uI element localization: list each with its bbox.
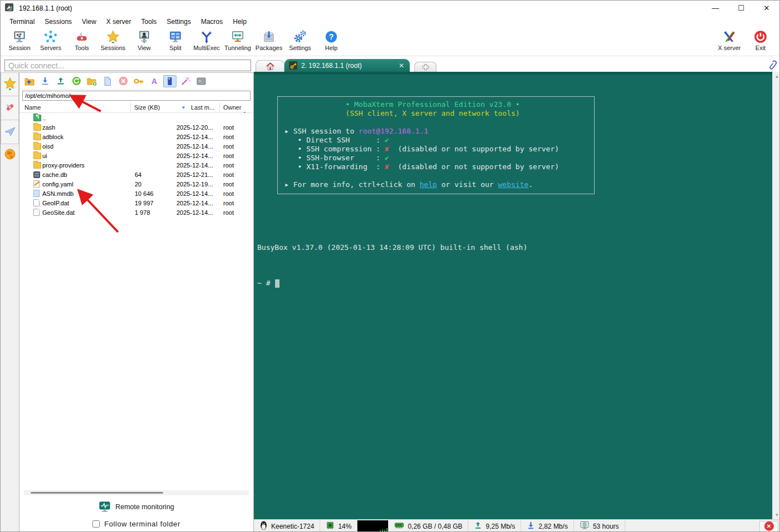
attachments-paperclip-icon[interactable]: [767, 60, 777, 72]
menu-item-macros[interactable]: Macros: [197, 17, 227, 27]
toolbar-label: Tools: [75, 45, 89, 51]
toolbar-label: Tunneling: [224, 45, 251, 51]
sessions-tab[interactable]: [1, 72, 19, 96]
close-button[interactable]: ✕: [754, 1, 779, 16]
toolbar-label: View: [138, 45, 151, 51]
file-name: oisd: [42, 143, 135, 150]
left-panel: A>_ ⌄ Name Size (KB) ▼ Last m... Owner .…: [1, 58, 254, 532]
menu-item-tools[interactable]: Tools: [137, 17, 161, 27]
path-input[interactable]: [22, 91, 251, 101]
menu-item-settings[interactable]: Settings: [163, 17, 195, 27]
file-row--[interactable]: ..: [19, 113, 253, 122]
terminal-panel: 2. 192.168.1.1 (root) ✕ • MobaXterm Prof…: [254, 58, 780, 532]
file-row-ui[interactable]: ui2025-12-14...root: [19, 151, 253, 160]
toolbar-button-sessions[interactable]: Sessions: [97, 28, 129, 51]
toolbar-button-split[interactable]: Split: [160, 28, 191, 51]
file-row-zash[interactable]: zash2025-12-20...root: [19, 122, 253, 132]
file-row-oisd[interactable]: oisd2025-12-14...root: [19, 141, 253, 151]
scroll-down-icon[interactable]: ▼: [773, 510, 780, 519]
quick-connect-input[interactable]: [4, 60, 251, 71]
folder-up-icon[interactable]: [23, 75, 36, 87]
banner-box: • MobaXterm Professional Edition v23.0 •…: [277, 96, 595, 194]
toolbar-button-x-server[interactable]: X server: [714, 28, 745, 51]
menu-item-sessions[interactable]: Sessions: [40, 17, 76, 27]
file-row-geosite-dat[interactable]: GeoSite.dat1 9782025-12-14...root: [19, 208, 253, 217]
file-size: 10 646: [135, 190, 176, 197]
toolbar-button-exit[interactable]: Exit: [745, 28, 776, 51]
status-53-hours: 53 hours: [574, 520, 625, 532]
terminal-link[interactable]: help: [420, 180, 437, 189]
toolbar-button-tunneling[interactable]: Tunneling: [222, 28, 253, 51]
follow-terminal-folder-checkbox[interactable]: [92, 520, 100, 528]
vertical-scrollbar[interactable]: ▲ ▼: [772, 72, 780, 519]
toolbar-button-settings[interactable]: Settings: [284, 28, 316, 51]
sidebar-toggle-icon[interactable]: [163, 75, 176, 87]
file-row-config-yaml[interactable]: config.yaml202025-12-19...root: [19, 179, 253, 189]
column-header-name[interactable]: Name: [24, 102, 131, 112]
refresh-icon[interactable]: [70, 75, 83, 87]
toolbar-label: Help: [325, 45, 338, 51]
file-modified: 2025-12-14...: [176, 209, 223, 216]
menu-item-view[interactable]: View: [77, 17, 101, 27]
terminal-link[interactable]: website: [498, 180, 529, 189]
file-row-geoip-dat[interactable]: GeoIP.dat19 9972025-12-14...root: [19, 198, 253, 208]
new-tab-button[interactable]: [414, 62, 436, 72]
file-owner: root: [223, 200, 253, 206]
terminal-screen-icon[interactable]: >_: [194, 75, 208, 87]
session-tab-active[interactable]: 2. 192.168.1.1 (root) ✕: [284, 59, 410, 72]
toolbar-button-packages[interactable]: Packages: [253, 28, 284, 51]
encoding-icon[interactable]: A: [148, 75, 161, 87]
toolbar-right: X serverExit: [714, 28, 776, 51]
horizontal-scrollbar-thumb[interactable]: [31, 492, 163, 494]
file-row-asn-mmdb[interactable]: ASN.mmdb10 6462025-12-14...root: [19, 189, 253, 198]
minimize-button[interactable]: —: [703, 1, 728, 16]
svg-text:A: A: [151, 77, 157, 86]
status-close-button[interactable]: ✕: [759, 521, 778, 532]
status-text: Keenetic-1724: [271, 523, 314, 530]
tab-close-icon[interactable]: ✕: [389, 62, 404, 70]
delete-icon[interactable]: [116, 75, 130, 87]
column-header-modified[interactable]: Last m...: [191, 102, 220, 112]
terminal-screen[interactable]: • MobaXterm Professional Edition v23.0 •…: [254, 72, 780, 519]
toolbar-button-multiexec[interactable]: MultiExec: [191, 28, 222, 51]
tunneling-icon: [230, 29, 245, 44]
upload-icon[interactable]: [54, 75, 67, 87]
new-file-icon[interactable]: [101, 75, 114, 87]
status-keenetic-1724: Keenetic-1724: [254, 520, 320, 532]
file-row-adblock[interactable]: adblock2025-12-14...root: [19, 132, 253, 141]
file-row-cache-db[interactable]: cache.db642025-12-21...root: [19, 170, 253, 179]
macros-tab[interactable]: [1, 120, 19, 144]
new-folder-icon[interactable]: [85, 75, 99, 87]
toolbar-button-view[interactable]: View: [129, 28, 160, 51]
terminal-line: • MobaXterm Professional Edition v23.0 •: [284, 100, 594, 109]
horizontal-scrollbar[interactable]: [24, 490, 249, 495]
sort-descending-icon[interactable]: ▼: [176, 102, 191, 112]
title-bar: 192.168.1.1 (root) — ☐ ✕: [1, 1, 779, 16]
file-row-proxy-providers[interactable]: proxy-providers2025-12-14...root: [19, 160, 253, 170]
globe-icon[interactable]: [1, 144, 19, 164]
terminal-line: • Direct SSH : ✔: [284, 136, 594, 145]
mmdb-file-icon: [33, 190, 40, 197]
menu-item-help[interactable]: Help: [228, 17, 251, 27]
file-modified: 2025-12-14...: [176, 162, 223, 169]
column-header-owner[interactable]: Owner: [220, 102, 253, 112]
toolbar-button-session[interactable]: Session: [4, 28, 35, 51]
toolbar-button-servers[interactable]: Servers: [35, 28, 66, 51]
file-name: zash: [42, 124, 135, 131]
download-icon[interactable]: [38, 75, 52, 87]
scroll-up-icon[interactable]: ▲: [773, 72, 780, 81]
status-9-25-mb-s: 9,25 Mb/s: [468, 520, 521, 532]
file-owner: root: [223, 171, 253, 178]
permissions-key-icon[interactable]: [132, 75, 145, 87]
view-icon: [137, 29, 151, 44]
toolbar-button-help[interactable]: ?Help: [316, 28, 347, 51]
toolbar-button-tools[interactable]: Tools: [66, 28, 97, 51]
magic-wand-icon[interactable]: [179, 75, 192, 87]
tools-tab[interactable]: [1, 96, 19, 120]
menu-item-terminal[interactable]: Terminal: [5, 17, 39, 27]
home-tab[interactable]: [256, 60, 284, 72]
maximize-button[interactable]: ☐: [728, 1, 754, 16]
column-header-size[interactable]: Size (KB): [131, 102, 176, 112]
remote-monitoring-button[interactable]: Remote monitoring: [19, 501, 253, 513]
menu-item-x-server[interactable]: X server: [102, 17, 136, 27]
